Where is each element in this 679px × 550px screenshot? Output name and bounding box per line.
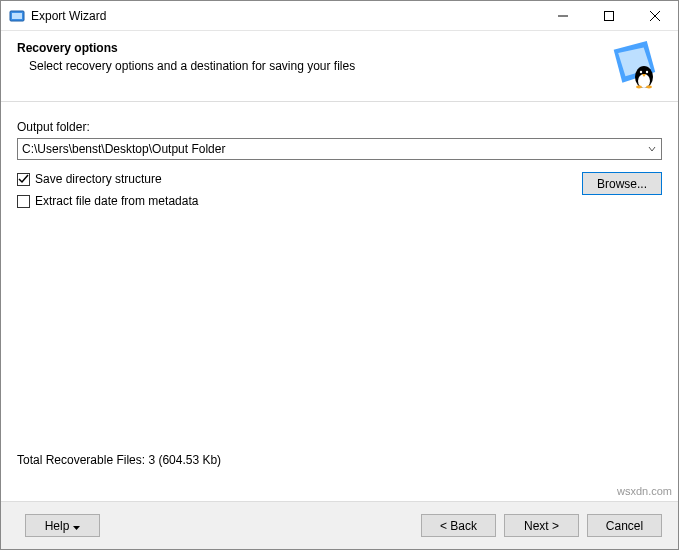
app-icon [9,8,25,24]
chevron-down-icon [73,519,80,533]
wizard-footer: Help < Back Next > Cancel [1,501,678,549]
svg-point-13 [636,86,642,89]
svg-marker-15 [73,526,80,530]
header-title: Recovery options [17,41,602,55]
next-button[interactable]: Next > [504,514,579,537]
svg-rect-1 [12,13,22,19]
save-structure-label: Save directory structure [35,172,162,186]
output-folder-combo[interactable] [17,138,662,160]
svg-point-11 [646,71,648,73]
help-button[interactable]: Help [25,514,100,537]
maximize-button[interactable] [586,1,632,31]
window-title: Export Wizard [31,9,540,23]
browse-button[interactable]: Browse... [582,172,662,195]
svg-point-10 [640,71,642,73]
close-button[interactable] [632,1,678,31]
header-subtitle: Select recovery options and a destinatio… [29,59,602,73]
cancel-button[interactable]: Cancel [587,514,662,537]
save-structure-checkbox[interactable]: Save directory structure [17,172,582,186]
minimize-button[interactable] [540,1,586,31]
content-area: Output folder: Save directory structure … [1,102,678,216]
output-folder-label: Output folder: [17,120,662,134]
checkbox-icon [17,195,30,208]
watermark: wsxdn.com [617,485,672,497]
help-label: Help [45,519,70,533]
dropdown-icon[interactable] [643,139,661,159]
svg-rect-3 [605,11,614,20]
wizard-header: Recovery options Select recovery options… [1,31,678,102]
extract-date-checkbox[interactable]: Extract file date from metadata [17,194,582,208]
penguin-icon [610,41,658,89]
svg-point-14 [646,86,652,89]
extract-date-label: Extract file date from metadata [35,194,198,208]
recoverable-stats: Total Recoverable Files: 3 (604.53 Kb) [17,453,221,467]
checkbox-icon [17,173,30,186]
output-folder-input[interactable] [18,140,643,158]
titlebar: Export Wizard [1,1,678,31]
back-button[interactable]: < Back [421,514,496,537]
